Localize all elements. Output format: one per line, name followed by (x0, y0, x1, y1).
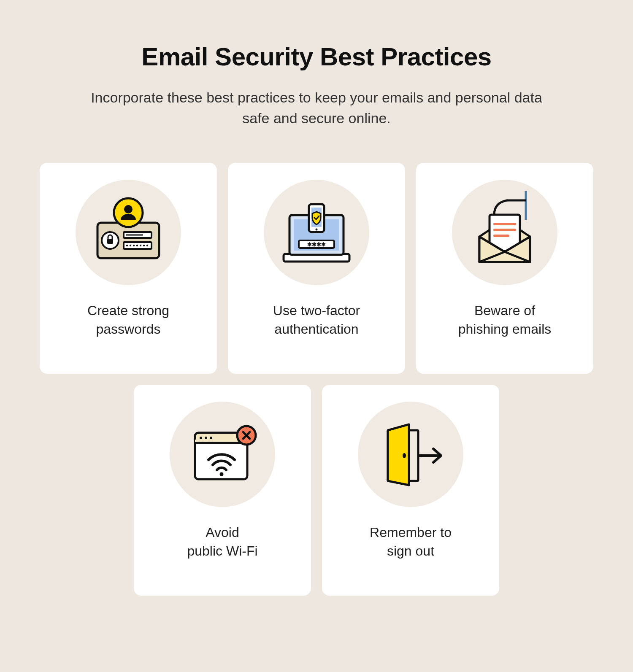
svg-point-38 (210, 437, 212, 439)
two-factor-icon: ✱✱✱✱ (264, 180, 369, 285)
svg-point-36 (200, 437, 202, 439)
wifi-icon (170, 402, 275, 507)
svg-point-44 (403, 453, 406, 458)
svg-point-8 (133, 244, 135, 246)
card-sign-out: Remember tosign out (322, 385, 499, 596)
card-strong-passwords: Create strongpasswords (40, 163, 217, 374)
svg-point-37 (205, 437, 207, 439)
page-title: Email Security Best Practices (141, 42, 491, 71)
password-icon (76, 180, 181, 285)
card-label: Beware ofphishing emails (458, 301, 552, 339)
card-label: Avoidpublic Wi-Fi (187, 523, 257, 561)
svg-point-10 (140, 244, 141, 246)
card-phishing: Beware ofphishing emails (416, 163, 593, 374)
signout-icon (358, 402, 463, 507)
svg-rect-2 (107, 239, 113, 244)
card-grid: Create strongpasswords ✱✱✱✱ (34, 163, 599, 596)
svg-point-7 (130, 244, 131, 246)
svg-point-11 (143, 244, 145, 246)
card-label: Remember tosign out (370, 523, 452, 561)
svg-point-39 (220, 472, 224, 476)
phishing-icon (452, 180, 557, 285)
svg-point-14 (124, 205, 133, 213)
page-subtitle: Incorporate these best practices to keep… (84, 87, 549, 129)
svg-point-9 (136, 244, 138, 246)
svg-point-22 (316, 228, 318, 230)
svg-point-6 (126, 244, 128, 246)
card-label: Use two-factorauthentication (273, 301, 360, 339)
card-public-wifi: Avoidpublic Wi-Fi (134, 385, 311, 596)
card-label: Create strongpasswords (87, 301, 169, 339)
card-two-factor: ✱✱✱✱ Use two-factorauthentication (228, 163, 405, 374)
svg-text:✱✱✱✱: ✱✱✱✱ (307, 241, 326, 248)
svg-point-12 (146, 244, 148, 246)
